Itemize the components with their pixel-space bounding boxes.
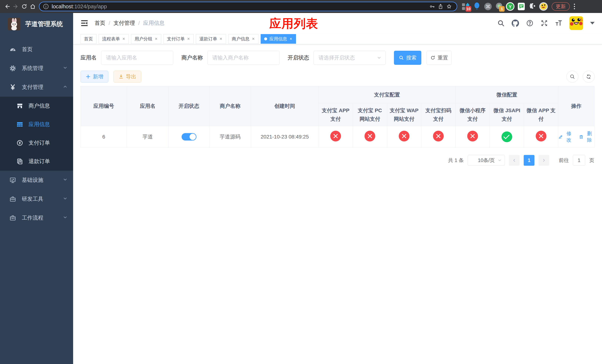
- sidebar-item-pay-orders[interactable]: 支付订单: [0, 134, 73, 152]
- browser-update-button[interactable]: 更新: [552, 2, 570, 11]
- sidebar-item-refund-orders[interactable]: 退款订单: [0, 152, 73, 171]
- avatar-caret-icon[interactable]: [590, 22, 595, 24]
- chevron-up-icon: [63, 84, 68, 90]
- browser-back-icon[interactable]: [3, 2, 11, 11]
- extensions-puzzle-icon[interactable]: [527, 2, 537, 11]
- sidebar-item-label: 首页: [22, 46, 68, 53]
- filter-form: 应用名 商户名称 开启状态 请选择开启状态 搜索 重置: [73, 44, 602, 65]
- col-created: 创建时间: [251, 86, 319, 126]
- page-unit-label: 页: [589, 157, 594, 164]
- apps-table: 应用编号 应用名 开启状态 商户名称 创建时间 支付宝配置 微信配置 操作 支付…: [81, 86, 594, 148]
- extension-chat-icon[interactable]: [516, 2, 526, 11]
- sidebar-item-dev-tools[interactable]: 研发工具: [0, 190, 73, 208]
- sidebar-item-label: 支付订单: [29, 139, 50, 147]
- tag-home[interactable]: 首页: [81, 34, 97, 44]
- header-search-icon[interactable]: [497, 20, 505, 27]
- reset-button[interactable]: 重置: [427, 51, 452, 65]
- edit-link[interactable]: 修改: [558, 130, 574, 143]
- close-icon[interactable]: [252, 36, 255, 42]
- breadcrumb-payment[interactable]: 支付管理: [113, 20, 135, 27]
- tag-merchant-info[interactable]: 商户信息: [228, 34, 258, 44]
- sidebar-item-system[interactable]: 系统管理: [0, 59, 73, 78]
- cell-app-name: 芋道: [127, 126, 169, 148]
- extension-command-icon[interactable]: ⌘: [483, 2, 493, 11]
- fullscreen-icon[interactable]: [540, 20, 548, 27]
- tag-pay-orders[interactable]: 支付订单: [163, 34, 194, 44]
- page-number-current[interactable]: 1: [524, 155, 534, 166]
- enabled-toggle[interactable]: [182, 133, 196, 140]
- export-button[interactable]: 导出: [113, 71, 141, 83]
- bookmark-star-icon[interactable]: [445, 2, 453, 11]
- breadcrumb-home[interactable]: 首页: [95, 20, 105, 27]
- merchant-name-input[interactable]: [207, 51, 280, 65]
- tag-user-group[interactable]: 用户分组: [131, 34, 161, 44]
- sidebar-item-payment[interactable]: 支付管理: [0, 78, 73, 97]
- sidebar-item-home[interactable]: 首页: [0, 40, 73, 59]
- page-size-select[interactable]: 10条/页: [468, 155, 505, 166]
- browser-home-icon[interactable]: [29, 2, 37, 11]
- chevron-right-icon: [542, 158, 546, 162]
- sidebar-item-workflow[interactable]: 工作流程: [0, 208, 73, 227]
- sidebar-item-app-info[interactable]: 应用信息: [0, 115, 73, 134]
- sidebar-item-merchant-info[interactable]: 商户信息: [0, 97, 73, 115]
- close-icon[interactable]: [289, 36, 292, 42]
- status-cross-icon: [467, 131, 478, 141]
- col-wx-jsapi: 微信 JSAPI 支付: [490, 104, 524, 126]
- github-icon[interactable]: [512, 20, 519, 27]
- address-bar[interactable]: localhost:1024/pay/app: [39, 2, 457, 11]
- extension-y-icon[interactable]: Y: [505, 2, 515, 11]
- tag-refund-orders[interactable]: 退款订单: [196, 34, 226, 44]
- extension-sketch-icon[interactable]: 10: [461, 2, 471, 11]
- password-key-icon[interactable]: [428, 2, 436, 11]
- next-page-button[interactable]: [538, 155, 549, 166]
- close-icon[interactable]: [187, 36, 190, 42]
- help-icon[interactable]: [526, 20, 534, 27]
- site-info-icon[interactable]: [43, 3, 49, 10]
- status-cross-icon: [330, 131, 341, 141]
- cell-alipay-wap: [387, 126, 421, 148]
- delete-link[interactable]: 删除: [579, 130, 594, 143]
- dashboard-icon: [9, 46, 17, 53]
- sidebar-item-label: 系统管理: [22, 65, 63, 72]
- sidebar-item-label: 研发工具: [22, 195, 63, 203]
- prev-page-button[interactable]: [509, 155, 520, 166]
- profile-avatar-icon[interactable]: [539, 2, 548, 11]
- close-icon[interactable]: [122, 36, 125, 42]
- extension-balloon-icon[interactable]: [472, 2, 482, 11]
- col-app-id: 应用编号: [81, 86, 127, 126]
- tag-process-form[interactable]: 流程表单: [99, 34, 129, 44]
- refresh-table-button[interactable]: [583, 71, 595, 83]
- browser-reload-icon[interactable]: [20, 2, 29, 11]
- refresh-icon: [586, 74, 591, 79]
- sidebar-item-infrastructure[interactable]: 基础设施: [0, 171, 73, 190]
- cell-app-id: 6: [81, 126, 127, 148]
- browser-menu-icon[interactable]: [574, 4, 575, 9]
- total-count: 共 1 条: [448, 157, 464, 164]
- close-icon[interactable]: [155, 36, 158, 42]
- cell-wx-app: [524, 126, 558, 148]
- add-button[interactable]: 新增: [81, 71, 108, 83]
- close-icon[interactable]: [219, 36, 223, 42]
- browser-forward-icon[interactable]: [11, 2, 20, 11]
- user-avatar[interactable]: [570, 16, 583, 30]
- chevron-down-icon: [63, 65, 68, 72]
- logo-row[interactable]: 芋道管理系统: [0, 13, 73, 35]
- status-select[interactable]: 请选择开启状态: [314, 51, 386, 65]
- col-alipay-qr: 支付宝扫码支付: [421, 104, 456, 126]
- url-text[interactable]: localhost:1024/pay/app: [52, 3, 107, 10]
- font-size-icon[interactable]: [555, 20, 562, 27]
- app-name-input[interactable]: [101, 51, 173, 65]
- chevron-down-icon: [498, 158, 502, 162]
- share-icon[interactable]: [436, 2, 445, 11]
- search-button[interactable]: 搜索: [394, 51, 421, 65]
- cell-alipay-qr: [421, 126, 456, 148]
- chevron-down-icon: [63, 196, 68, 202]
- chevron-down-icon: [377, 55, 382, 60]
- toggle-search-button[interactable]: [567, 71, 578, 83]
- extension-tab-manager-icon[interactable]: 1: [494, 2, 504, 11]
- col-wx-mini: 微信小程序支付: [456, 104, 490, 126]
- sidebar-item-label: 基础设施: [22, 176, 63, 184]
- tag-app-info[interactable]: 应用信息: [261, 34, 296, 44]
- goto-page-input[interactable]: [573, 155, 585, 166]
- sidebar-collapse-icon[interactable]: [81, 19, 88, 27]
